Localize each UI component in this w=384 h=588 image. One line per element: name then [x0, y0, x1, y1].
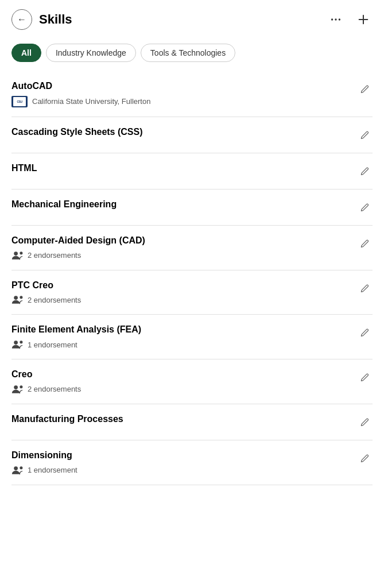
edit-skill-button[interactable] [356, 82, 373, 98]
header: ← Skills [0, 0, 384, 39]
people-icon [11, 295, 24, 305]
skill-item-html: HTML [11, 153, 373, 189]
plus-icon [357, 13, 370, 26]
svg-point-8 [20, 296, 22, 299]
edit-skill-button[interactable] [356, 200, 373, 216]
svg-point-9 [14, 341, 18, 345]
source-text: California State University, Fullerton [32, 97, 150, 106]
skill-item-fea: Finite Element Analysis (FEA) 1 endorsem… [11, 315, 373, 359]
skill-content: Cascading Style Sheets (CSS) [11, 126, 356, 142]
skill-item-cad: Computer-Aided Design (CAD) 2 endorsemen… [11, 226, 373, 270]
svg-point-12 [20, 385, 22, 388]
skill-content: Dimensioning 1 endorsement [11, 450, 356, 475]
skill-item-creo: Creo 2 endorsements [11, 359, 373, 404]
skill-item-css: Cascading Style Sheets (CSS) [11, 117, 373, 153]
university-logo-inner: CSU [13, 97, 26, 106]
endorsement-count: 1 endorsement [28, 341, 77, 349]
skill-item-autocad: AutoCAD CSU California State University,… [11, 71, 373, 117]
endorsement-count: 2 endorsements [28, 251, 81, 260]
pencil-icon [359, 417, 370, 428]
pencil-icon [359, 130, 370, 141]
tab-all[interactable]: All [11, 44, 41, 62]
skill-name: Dimensioning [11, 450, 350, 462]
skill-item-dimensioning: Dimensioning 1 endorsement [11, 440, 373, 485]
endorsements: 2 endorsements [11, 295, 350, 305]
skill-name: Creo [11, 369, 350, 381]
svg-point-13 [14, 466, 18, 470]
endorsement-count: 1 endorsement [28, 466, 77, 474]
pencil-icon [359, 284, 370, 294]
edit-skill-button[interactable] [356, 451, 373, 467]
skill-content: PTC Creo 2 endorsements [11, 280, 356, 305]
endorsements: 2 endorsements [11, 250, 350, 261]
tab-tools-technologies[interactable]: Tools & Technologies [141, 44, 235, 62]
pencil-icon [359, 328, 370, 338]
pencil-icon [359, 84, 370, 95]
pencil-icon [359, 203, 370, 213]
svg-point-0 [331, 18, 333, 20]
edit-skill-button[interactable] [356, 370, 373, 386]
edit-skill-button[interactable] [356, 164, 373, 180]
skill-name: Cascading Style Sheets (CSS) [11, 126, 350, 138]
svg-point-11 [14, 385, 18, 389]
skill-content: AutoCAD CSU California State University,… [11, 80, 356, 107]
pencil-icon [359, 167, 370, 177]
endorsements: 1 endorsement [11, 465, 350, 475]
university-logo: CSU [11, 96, 28, 107]
skill-content: Mechanical Engineering [11, 199, 356, 214]
skill-content: Finite Element Analysis (FEA) 1 endorsem… [11, 324, 356, 350]
more-options-button[interactable] [327, 10, 345, 29]
skills-list: AutoCAD CSU California State University,… [0, 71, 384, 485]
people-icon [11, 250, 24, 261]
people-icon [11, 465, 24, 475]
skill-content: Computer-Aided Design (CAD) 2 endorsemen… [11, 235, 356, 261]
skill-content: HTML [11, 163, 356, 178]
svg-point-2 [339, 18, 340, 20]
edit-skill-button[interactable] [356, 127, 373, 144]
edit-skill-button[interactable] [356, 281, 373, 297]
svg-point-1 [335, 18, 336, 20]
filter-tabs: All Industry Knowledge Tools & Technolog… [0, 39, 384, 71]
people-icon [11, 339, 24, 350]
skill-name: HTML [11, 163, 350, 175]
skill-item-ptc-creo: PTC Creo 2 endorsements [11, 270, 373, 315]
edit-skill-button[interactable] [356, 236, 373, 252]
add-skill-button[interactable] [354, 10, 373, 29]
pencil-icon [359, 239, 370, 249]
skill-content: Creo 2 endorsements [11, 369, 356, 394]
pencil-icon [359, 373, 370, 383]
skill-content: Manufacturing Processes [11, 413, 356, 429]
back-button[interactable]: ← [11, 9, 32, 30]
edit-skill-button[interactable] [356, 325, 373, 341]
back-arrow-icon: ← [17, 15, 26, 24]
svg-point-6 [20, 252, 22, 254]
endorsement-count: 2 endorsements [28, 296, 81, 304]
endorsements: 2 endorsements [11, 384, 350, 394]
endorsements: 1 endorsement [11, 339, 350, 350]
skill-name: Mechanical Engineering [11, 199, 350, 211]
svg-point-5 [14, 252, 18, 256]
tab-industry-knowledge[interactable]: Industry Knowledge [46, 44, 136, 62]
skill-name: PTC Creo [11, 280, 350, 292]
skill-source: CSU California State University, Fullert… [11, 96, 350, 107]
skill-item-mechanical-engineering: Mechanical Engineering [11, 189, 373, 226]
endorsement-count: 2 endorsements [28, 385, 81, 393]
skill-name: Computer-Aided Design (CAD) [11, 235, 350, 247]
svg-point-10 [20, 341, 22, 343]
svg-point-7 [14, 296, 18, 300]
more-horizontal-icon [329, 13, 342, 26]
skill-name: AutoCAD [11, 80, 350, 92]
edit-skill-button[interactable] [356, 415, 373, 431]
skill-name: Finite Element Analysis (FEA) [11, 324, 350, 336]
skill-item-manufacturing-processes: Manufacturing Processes [11, 404, 373, 440]
page-title: Skills [39, 12, 327, 27]
svg-point-14 [20, 466, 22, 469]
people-icon [11, 384, 24, 394]
skill-name: Manufacturing Processes [11, 413, 350, 425]
pencil-icon [359, 454, 370, 464]
header-actions [327, 10, 373, 29]
